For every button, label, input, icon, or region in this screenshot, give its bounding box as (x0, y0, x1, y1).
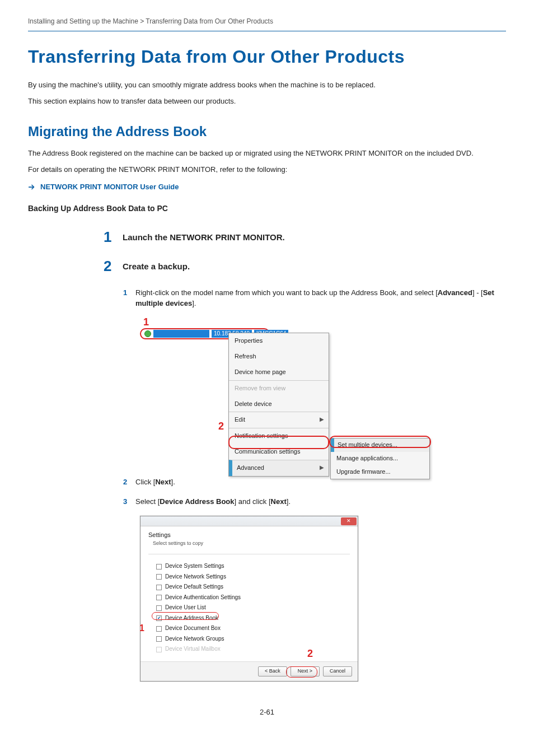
step-number: 1 (104, 230, 123, 244)
substep-number: 1 (123, 288, 131, 298)
figure-context-menu: 1 10.183.58.249 KMCC1C64 Properties Refr… (140, 318, 437, 464)
callout-2: 2 (218, 419, 224, 433)
substep-number: 2 (123, 477, 131, 488)
divider (148, 554, 350, 554)
subheading: Backing Up Address Book Data to PC (28, 203, 506, 214)
step-title: Create a backup. (123, 259, 190, 273)
arrow-right-icon (28, 183, 36, 191)
page-footer: 2-61 (28, 707, 506, 718)
menu-item-edit[interactable]: Edit▶ (229, 412, 329, 428)
substep-text: Click [Next]. (135, 477, 175, 488)
checkbox-device-authentication-settings[interactable]: Device Authentication Settings (156, 592, 350, 603)
section-heading: Migrating the Address Book (28, 122, 506, 142)
substep-1: 1 Right-click on the model name from whi… (123, 288, 506, 309)
checkbox-device-virtual-mailbox: Device Virtual Mailbox (156, 644, 350, 655)
section-paragraph-1: The Address Book registered on the machi… (28, 148, 506, 159)
menu-item-home-page[interactable]: Device home page (229, 365, 329, 380)
substep-text: Select [Device Address Book] and click [… (135, 497, 291, 507)
checkbox-icon (156, 626, 162, 632)
highlight-ring (329, 436, 431, 448)
substep-text: Right-click on the model name from which… (135, 288, 506, 309)
intro-paragraph-1: By using the machine's utility, you can … (28, 80, 506, 91)
settings-list: 1 Device System Settings Device Network … (140, 561, 358, 661)
checkbox-icon (156, 595, 162, 600)
dialog-heading: Settings (148, 531, 350, 540)
breadcrumb: Installing and Setting up the Machine > … (28, 17, 506, 31)
dialog-subheading: Select settings to copy (148, 540, 350, 547)
step-2: 2 Create a backup. (104, 259, 506, 273)
section-paragraph-2: For details on operating the NETWORK PRI… (28, 165, 506, 175)
checkbox-device-default-settings[interactable]: Device Default Settings (156, 582, 350, 592)
cross-reference-link[interactable]: NETWORK PRINT MONITOR User Guide (28, 182, 506, 193)
intro-paragraph-2: This section explains how to transfer da… (28, 96, 506, 107)
submenu-item-upgrade-firmware[interactable]: Upgrade firmware... (331, 465, 429, 479)
chevron-right-icon: ▶ (320, 416, 324, 424)
substep-number: 3 (123, 497, 131, 507)
chevron-right-icon: ▶ (320, 464, 324, 472)
dialog-button-row: < Back Next > Cancel (140, 661, 358, 681)
checkbox-device-user-list[interactable]: Device User List (156, 603, 350, 613)
checkbox-icon (156, 574, 162, 580)
xref-label: NETWORK PRINT MONITOR User Guide (40, 182, 179, 193)
highlight-ring (152, 612, 219, 620)
highlight-ring (228, 436, 329, 449)
menu-item-properties[interactable]: Properties (229, 333, 329, 349)
checkbox-device-system-settings[interactable]: Device System Settings (156, 561, 350, 572)
close-button[interactable]: ✕ (341, 517, 357, 525)
step-1: 1 Launch the NETWORK PRINT MONITOR. (104, 230, 506, 244)
checkbox-icon (156, 564, 162, 570)
callout-2: 2 (307, 646, 313, 661)
status-dot-icon (144, 330, 151, 337)
checkbox-icon (156, 636, 162, 642)
menu-item-advanced[interactable]: Advanced▶ (229, 460, 329, 476)
page-title: Transferring Data from Our Other Product… (28, 44, 506, 69)
context-menu: Properties Refresh Device home page Remo… (228, 333, 329, 477)
menu-item-delete-device[interactable]: Delete device (229, 396, 329, 412)
step-number: 2 (104, 259, 123, 273)
checkbox-icon (156, 647, 162, 652)
highlight-ring (286, 666, 317, 678)
checkbox-icon (156, 585, 162, 590)
substep-2: 2 Click [Next]. (123, 477, 506, 488)
checkbox-device-network-groups[interactable]: Device Network Groups (156, 634, 350, 645)
submenu-item-manage-applications[interactable]: Manage applications... (331, 452, 429, 465)
substep-3: 3 Select [Device Address Book] and click… (123, 497, 506, 507)
checkbox-device-document-box[interactable]: Device Document Box (156, 623, 350, 634)
checkbox-device-network-settings[interactable]: Device Network Settings (156, 572, 350, 582)
step-title: Launch the NETWORK PRINT MONITOR. (123, 230, 285, 244)
callout-1: 1 (139, 622, 144, 634)
figure-settings-dialog: ✕ Settings Select settings to copy 1 Dev… (140, 516, 358, 681)
checkbox-icon (156, 605, 162, 611)
callout-1: 1 (143, 315, 149, 329)
cancel-button[interactable]: Cancel (323, 666, 352, 676)
back-button[interactable]: < Back (258, 666, 287, 676)
menu-item-remove-view: Remove from view (229, 380, 329, 396)
device-name-bar (153, 330, 209, 338)
menu-item-refresh[interactable]: Refresh (229, 349, 329, 365)
dialog-titlebar: ✕ (140, 516, 358, 526)
